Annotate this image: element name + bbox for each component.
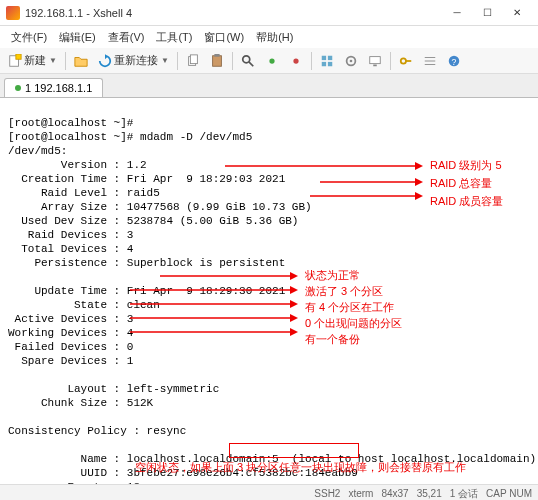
- annotation-arrow: [130, 310, 300, 326]
- tb-ex4[interactable]: [340, 52, 362, 70]
- window-controls: ─ ☐ ✕: [442, 3, 532, 23]
- dot-icon: [265, 54, 279, 68]
- tb-ex5[interactable]: [364, 52, 386, 70]
- tb-paste[interactable]: [206, 52, 228, 70]
- tab-label: 1 192.168.1.1: [25, 82, 92, 94]
- output-line: Array Size : 10477568 (9.99 GiB 10.73 GB…: [8, 201, 312, 213]
- annotation: RAID 总容量: [430, 176, 492, 190]
- svg-rect-16: [370, 56, 381, 63]
- tb-copy[interactable]: [182, 52, 204, 70]
- output-line: Active Devices : 3: [8, 313, 133, 325]
- svg-marker-30: [415, 192, 423, 200]
- close-button[interactable]: ✕: [502, 3, 532, 23]
- svg-marker-28: [415, 178, 423, 186]
- dot-icon-2: [289, 54, 303, 68]
- svg-rect-13: [328, 61, 332, 65]
- prompt: [root@localhost ~]#: [8, 131, 140, 143]
- svg-text:?: ?: [451, 56, 456, 66]
- svg-line-7: [249, 61, 253, 65]
- toolbar-sep-3: [232, 52, 233, 70]
- reconnect-icon: [98, 54, 112, 68]
- annotation: RAID 级别为 5: [430, 158, 502, 172]
- session-tab[interactable]: 1 192.168.1.1: [4, 78, 103, 97]
- toolbar-sep-4: [311, 52, 312, 70]
- output-line: /dev/md5:: [8, 145, 67, 157]
- status-session: 1 会话: [450, 487, 478, 501]
- output-line: Chunk Size : 512K: [8, 397, 153, 409]
- svg-rect-3: [190, 54, 197, 63]
- output-line: Raid Level : raid5: [8, 187, 160, 199]
- annotation-arrow: [225, 158, 425, 174]
- new-icon: [8, 54, 22, 68]
- annotation: 状态为正常: [305, 268, 360, 282]
- tb-ex6[interactable]: [395, 52, 417, 70]
- tb-find[interactable]: [237, 52, 259, 70]
- annotation: 有一个备份: [305, 332, 360, 346]
- tb-ex2[interactable]: [285, 52, 307, 70]
- toolbar-sep-2: [177, 52, 178, 70]
- svg-point-15: [350, 59, 353, 62]
- maximize-button[interactable]: ☐: [472, 3, 502, 23]
- menu-edit[interactable]: 编辑(E): [54, 28, 101, 47]
- svg-marker-36: [290, 300, 298, 308]
- menu-help[interactable]: 帮助(H): [251, 28, 298, 47]
- paste-icon: [210, 54, 224, 68]
- output-line: Consistency Policy : resync: [8, 425, 186, 437]
- copy-icon: [186, 54, 200, 68]
- tb-ex7[interactable]: [419, 52, 441, 70]
- annotation: RAID 成员容量: [430, 194, 503, 208]
- command: mdadm -D /dev/md5: [140, 131, 252, 143]
- tb-ex3[interactable]: [316, 52, 338, 70]
- output-line: Working Devices : 4: [8, 327, 133, 339]
- tab-status-dot: [15, 85, 21, 91]
- svg-point-8: [269, 58, 274, 63]
- annotation-arrow: [310, 188, 425, 204]
- key-icon: [399, 54, 413, 68]
- grid-icon: [320, 54, 334, 68]
- terminal[interactable]: [root@localhost ~]# [root@localhost ~]# …: [0, 98, 538, 484]
- output-line: Used Dev Size : 5238784 (5.00 GiB 5.36 G…: [8, 215, 298, 227]
- output-line: Raid Devices : 3: [8, 229, 133, 241]
- svg-point-6: [243, 55, 250, 62]
- svg-point-9: [293, 58, 298, 63]
- tb-help[interactable]: ?: [443, 52, 465, 70]
- menu-tools[interactable]: 工具(T): [151, 28, 197, 47]
- minimize-button[interactable]: ─: [442, 3, 472, 23]
- reconnect-button[interactable]: 重新连接▼: [94, 51, 173, 70]
- status-misc: CAP NUM: [486, 488, 532, 499]
- screen-icon: [368, 54, 382, 68]
- annotation: 空闲状态，如果上面 3 块分区任意一块出现故障，则会接替原有工作: [135, 460, 466, 474]
- new-button[interactable]: 新建▼: [4, 51, 61, 70]
- output-line: Version : 1.2: [8, 159, 147, 171]
- menu-view[interactable]: 查看(V): [103, 28, 150, 47]
- svg-rect-10: [322, 55, 326, 59]
- annotation-arrow: [160, 268, 300, 284]
- tb-ex1[interactable]: [261, 52, 283, 70]
- toolbar: 新建▼ 重新连接▼ ?: [0, 48, 538, 74]
- menu-window[interactable]: 窗口(W): [199, 28, 249, 47]
- svg-marker-34: [290, 286, 298, 294]
- toolbar-sep: [65, 52, 66, 70]
- svg-point-18: [401, 58, 406, 63]
- svg-rect-1: [16, 54, 21, 59]
- svg-marker-32: [290, 272, 298, 280]
- output-line: Update Time : Fri Apr 9 18:29:30 2021: [8, 285, 285, 297]
- output-line: Total Devices : 4: [8, 243, 133, 255]
- output-line: Persistence : Superblock is persistent: [8, 257, 285, 269]
- output-line: Spare Devices : 1: [8, 355, 133, 367]
- svg-marker-40: [290, 328, 298, 336]
- window-title: 192.168.1.1 - Xshell 4: [25, 7, 442, 19]
- help-icon: ?: [447, 54, 461, 68]
- svg-rect-12: [322, 61, 326, 65]
- tabbar: 1 192.168.1.1: [0, 74, 538, 98]
- svg-rect-4: [212, 55, 221, 66]
- status-size: 84x37: [381, 488, 408, 499]
- menu-file[interactable]: 文件(F): [6, 28, 52, 47]
- list-icon: [423, 54, 437, 68]
- open-button[interactable]: [70, 52, 92, 70]
- search-icon: [241, 54, 255, 68]
- titlebar: 192.168.1.1 - Xshell 4 ─ ☐ ✕: [0, 0, 538, 26]
- output-line: Failed Devices : 0: [8, 341, 133, 353]
- prompt: [root@localhost ~]#: [8, 117, 140, 129]
- output-line: State : clean: [8, 299, 166, 311]
